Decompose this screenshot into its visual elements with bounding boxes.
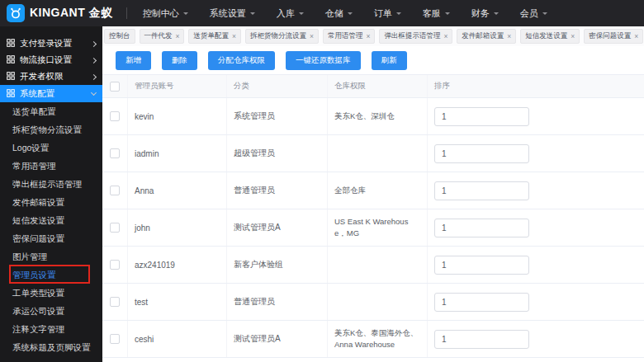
row-checkbox[interactable] [110,260,120,270]
row-checkbox[interactable] [110,297,120,307]
warehouse-cell [328,135,428,172]
sidebar-item-label: 开发者权限 [20,71,87,82]
sort-cell [428,135,644,172]
tab-7[interactable]: 发件邮箱设置× [457,29,516,44]
sidebar-subitem-3[interactable]: Logo设置 [0,139,102,157]
sort-order-input[interactable] [434,219,529,237]
tab-label: 一件代发 [144,31,173,41]
chevron-down-icon [250,12,255,17]
top-navigation: 控制中心系统设置入库仓储订单客服财务会员 [132,0,558,26]
sort-order-input[interactable] [434,181,529,200]
chevron-down-icon [396,12,401,17]
sort-order-input[interactable] [434,107,529,126]
tab-close-icon[interactable]: × [443,33,447,40]
header-select-all-cell [102,75,128,97]
tab-8[interactable]: 短信发送设置× [520,29,580,44]
category-cell: 新客户体验组 [227,247,328,283]
sidebar-subitem-14[interactable]: 系统标题及页脚设置 [0,338,102,356]
category-cell: 普通管理员 [227,284,328,320]
nav-item-label: 控制中心 [143,7,179,20]
column-header-1: 管理员账号 [128,75,227,97]
nav-item-label: 仓储 [325,7,343,20]
sidebar-subitem-5[interactable]: 弹出框提示语管理 [0,175,102,193]
nav-item-5[interactable]: 订单 [363,0,412,26]
nav-item-label: 订单 [374,7,392,20]
nav-item-label: 客服 [423,7,441,20]
sort-order-input[interactable] [434,330,529,349]
row-checkbox[interactable] [110,186,120,195]
sidebar-subitem-2[interactable]: 拆柜货物分流设置 [0,120,102,139]
chevron-down-icon [348,12,353,17]
tab-1[interactable]: 控制台 [104,29,135,44]
chevron-right-icon [91,57,97,63]
tab-2[interactable]: 一件代发× [140,29,185,44]
sidebar-subitem-13[interactable]: 注释文字管理 [0,320,102,338]
nav-item-3[interactable]: 入库 [266,0,315,26]
tab-label: 拆柜货物分流设置 [250,31,306,41]
tab-5[interactable]: 常用语管理× [323,29,375,44]
sidebar-subitem-1[interactable]: 送货单配置 [0,102,102,120]
sidebar-item-3[interactable]: 开发者权限 [0,68,102,85]
toolbar-button-3[interactable]: 分配仓库权限 [208,51,275,70]
sort-order-input[interactable] [434,293,529,312]
sidebar-subitem-9[interactable]: 图片管理 [0,247,102,266]
warehouse-cell: 美东K仓、深圳仓 [328,98,428,134]
sidebar-subitem-11[interactable]: 工单类型设置 [0,284,102,302]
sort-cell [428,247,644,283]
nav-item-4[interactable]: 仓储 [315,0,363,26]
row-checkbox[interactable] [110,223,120,233]
row-checkbox[interactable] [110,148,120,158]
warehouse-cell: 美东K仓、泰国海外仓、Anna Warehouse [328,321,428,357]
sidebar-item-4[interactable]: 系统配置 [0,85,102,102]
tab-close-icon[interactable]: × [571,33,575,40]
nav-item-7[interactable]: 财务 [461,0,509,26]
tab-4[interactable]: 拆柜货物分流设置× [245,29,319,44]
tab-close-icon[interactable]: × [232,33,236,40]
sidebar-subitem-4[interactable]: 常用语管理 [0,157,102,175]
sort-cell [428,98,644,134]
grid-icon [7,55,15,65]
nav-item-1[interactable]: 控制中心 [132,0,199,26]
tab-label: 短信发送设置 [525,31,567,41]
chevron-down-icon [91,90,97,96]
sidebar-subitem-12[interactable]: 承运公司设置 [0,302,102,320]
row-select-cell [102,209,128,246]
select-all-checkbox[interactable] [110,82,120,92]
tab-label: 常用语管理 [328,31,363,41]
sort-order-input[interactable] [434,144,529,163]
nav-item-label: 入库 [277,7,295,20]
tab-close-icon[interactable]: × [366,33,370,40]
chevron-down-icon [445,12,450,17]
tab-close-icon[interactable]: × [176,33,180,40]
nav-item-8[interactable]: 会员 [509,0,558,26]
table-row: iadmin超级管理员 [102,135,644,172]
sidebar-subitem-8[interactable]: 密保问题设置 [0,229,102,247]
tab-close-icon[interactable]: × [634,33,638,40]
sidebar-subitem-10[interactable]: 管理员设置 [0,266,102,284]
brand: KINGANT 金蚁 [0,4,121,22]
tab-9[interactable]: 密保问题设置× [584,29,643,44]
toolbar-button-4[interactable]: 一键还原数据库 [286,51,361,70]
toolbar-button-1[interactable]: 新增 [116,51,151,70]
grid-icon [7,72,15,82]
sort-order-input[interactable] [434,256,529,275]
tab-6[interactable]: 弹出框提示语管理× [379,29,452,44]
sidebar-subitem-7[interactable]: 短信发送设置 [0,211,102,229]
row-checkbox[interactable] [110,334,120,344]
account-cell: iadmin [128,135,227,172]
tab-3[interactable]: 送货单配置× [188,29,240,44]
toolbar-button-5[interactable]: 刷新 [372,51,407,70]
sidebar-item-2[interactable]: 物流接口设置 [0,52,102,68]
nav-item-label: 财务 [471,7,490,20]
nav-item-6[interactable]: 客服 [412,0,461,26]
tab-close-icon[interactable]: × [310,33,314,40]
sidebar-subitem-6[interactable]: 发件邮箱设置 [0,193,102,211]
top-bar: KINGANT 金蚁 控制中心系统设置入库仓储订单客服财务会员 [0,0,644,26]
sidebar-item-1[interactable]: 支付登录设置 [0,35,102,52]
tab-close-icon[interactable]: × [507,33,511,40]
toolbar-button-2[interactable]: 删除 [162,51,197,70]
category-cell: 超级管理员 [227,135,328,172]
row-select-cell [102,284,128,320]
nav-item-2[interactable]: 系统设置 [199,0,266,26]
row-checkbox[interactable] [110,111,120,121]
